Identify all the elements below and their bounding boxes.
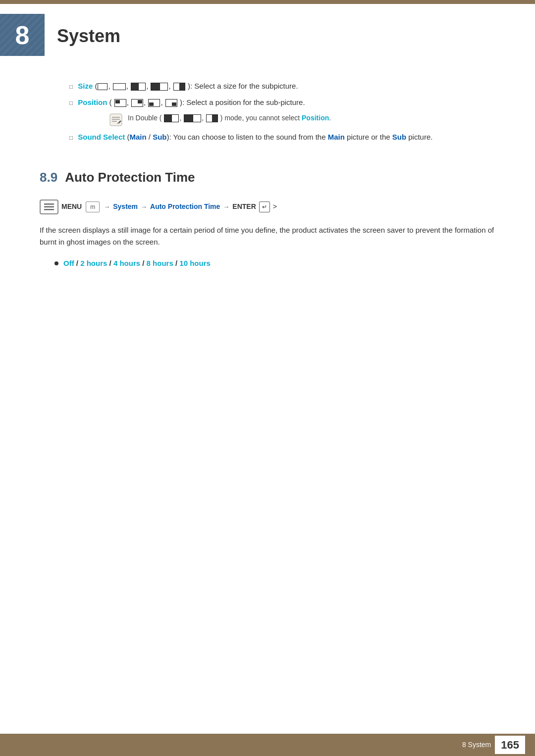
sound-select-row: □ Sound Select (Main / Sub): You can cho… <box>69 132 495 143</box>
menu-icon-box <box>40 200 58 214</box>
options-text: Off / 2 hours / 4 hours / 8 hours / 10 h… <box>63 258 211 269</box>
chapter-number-text: 8 <box>15 16 30 54</box>
pos-icon-tl <box>114 99 126 107</box>
nav-arrow2: → <box>141 202 147 212</box>
section-title: Auto Protection Time <box>65 168 195 187</box>
sound-sub1: Sub <box>153 133 166 141</box>
size-icon1: ( <box>95 82 97 90</box>
sound-slash: / <box>147 133 153 141</box>
nav-greater: > <box>273 202 277 212</box>
enter-icon: ↵ <box>259 202 270 212</box>
note-comma2: , <box>202 114 206 122</box>
option-2hours: 2 hours <box>80 259 107 267</box>
nav-m-label: m <box>90 202 95 211</box>
note-block: In Double ( , , ) mode, you cannot selec… <box>109 113 495 127</box>
body-text: If the screen displays a still image for… <box>40 224 495 248</box>
size-description: ): Select a size for the subpicture. <box>188 82 298 90</box>
nav-apt: Auto Protection Time <box>150 202 220 212</box>
pos-icon-br <box>165 99 177 107</box>
options-bullet <box>54 261 58 265</box>
note-icon-half <box>206 114 218 122</box>
sound-select-content: Sound Select (Main / Sub): You can choos… <box>78 132 495 143</box>
chapter-number: 8 <box>0 14 45 56</box>
note-icon-double1 <box>164 114 179 122</box>
size-comma3: , <box>146 82 148 90</box>
note-end: . <box>329 114 331 122</box>
size-item-row: □ Size (, , , , ): Select a size for the… <box>69 81 495 92</box>
size-icon-double <box>131 83 146 91</box>
option-4hours: 4 hours <box>113 259 140 267</box>
sound-desc1: : You can choose to listen to the sound … <box>169 133 327 141</box>
position-item-row: □ Position ( , , , ): Select a position … <box>69 97 495 108</box>
option-8hours: 8 hours <box>147 259 173 267</box>
option-sep3: / <box>142 259 146 267</box>
svg-rect-5 <box>44 206 54 207</box>
sound-bullet: □ <box>69 133 73 142</box>
size-label: Size <box>78 82 93 90</box>
position-item-content: Position ( , , , ): Select a position fo… <box>78 97 495 108</box>
size-icon-sm <box>98 83 107 90</box>
sound-main1: Main <box>129 133 146 141</box>
note-text: In Double ( , , ) mode, you cannot selec… <box>128 113 331 123</box>
nav-arrow3: → <box>223 202 229 212</box>
size-comma2: , <box>126 82 128 90</box>
note-middle-text: ) mode, you cannot select <box>220 114 302 122</box>
option-10hours: 10 hours <box>179 259 211 267</box>
nav-menu-text: MENU <box>61 202 82 212</box>
chapter-header: 8 System <box>0 4 535 56</box>
option-sep1: / <box>76 259 80 267</box>
note-pencil-icon <box>109 113 123 127</box>
sound-desc3: picture. <box>406 133 432 141</box>
nav-arrow1: → <box>104 202 110 212</box>
footer: 8 System 165 <box>0 734 535 756</box>
sound-desc2: picture or the <box>345 133 392 141</box>
options-list: Off / 2 hours / 4 hours / 8 hours / 10 h… <box>54 258 495 269</box>
position-bullet: □ <box>69 99 73 107</box>
note-bold-word: Position <box>302 114 329 122</box>
size-item-content: Size (, , , , ): Select a size for the s… <box>78 81 495 92</box>
size-icon-half <box>173 83 185 91</box>
item-list: □ Size (, , , , ): Select a size for the… <box>69 81 495 143</box>
position-label: Position <box>78 98 107 106</box>
chapter-title: System <box>45 14 120 50</box>
size-bullet: □ <box>69 82 73 91</box>
svg-rect-4 <box>44 203 54 205</box>
svg-rect-0 <box>110 114 122 126</box>
footer-page-number: 165 <box>495 736 525 754</box>
position-description: ): Select a position for the sub-picture… <box>180 98 305 106</box>
option-off: Off <box>63 259 74 267</box>
top-accent-bar <box>0 0 535 4</box>
section-number: 8.9 <box>40 168 57 187</box>
size-icon-md <box>113 83 126 90</box>
section-89-heading: 8.9 Auto Protection Time <box>40 168 495 187</box>
main-content: □ Size (, , , , ): Select a size for the… <box>0 56 535 318</box>
pos-icon-bl <box>148 99 160 107</box>
pos-comma1: , <box>127 98 129 106</box>
size-comma4: , <box>168 82 170 90</box>
svg-rect-6 <box>44 209 54 210</box>
footer-text: 8 System <box>462 740 491 750</box>
sound-select-label: Sound Select <box>78 133 125 141</box>
size-comma1: , <box>108 82 110 90</box>
note-in-double: In Double ( <box>128 114 161 122</box>
pos-icon-tr <box>131 99 143 107</box>
pos-comma2: , <box>144 98 146 106</box>
position-paren-open: ( <box>109 98 112 106</box>
size-icon-quad <box>151 83 168 91</box>
nav-enter: ENTER <box>232 202 256 212</box>
nav-system: System <box>113 202 138 212</box>
option-sep2: / <box>109 259 113 267</box>
note-comma1: , <box>179 114 183 122</box>
sound-main2: Main <box>328 133 345 141</box>
note-icon-double2 <box>184 114 201 122</box>
nav-m-box: m <box>86 202 100 212</box>
sound-sub2: Sub <box>392 133 406 141</box>
nav-path: MENU m → System → Auto Protection Time →… <box>40 200 495 214</box>
pos-comma3: , <box>160 98 162 106</box>
options-item: Off / 2 hours / 4 hours / 8 hours / 10 h… <box>54 258 495 269</box>
menu-icon-svg <box>44 203 54 211</box>
